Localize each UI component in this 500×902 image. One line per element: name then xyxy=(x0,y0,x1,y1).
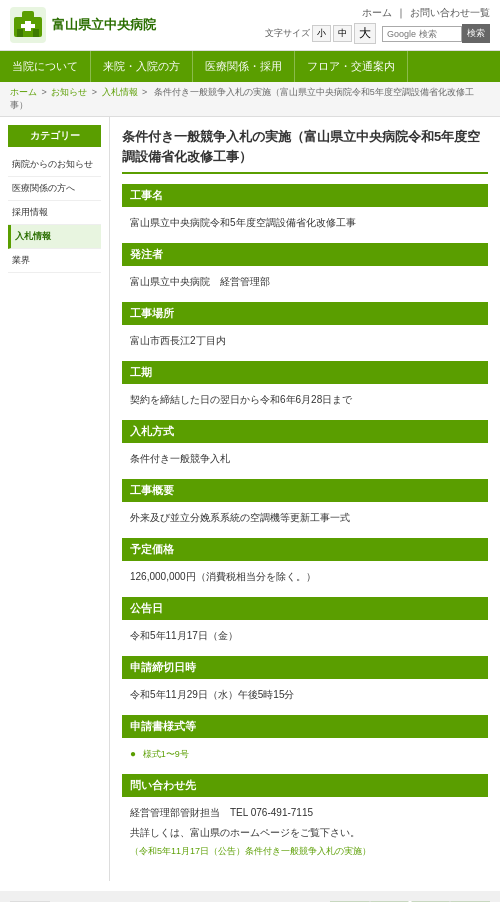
contact-info: 経営管理部管財担当 TEL 076-491-7115 xyxy=(130,805,480,821)
section-bid-method: 入札方式 条件付き一般競争入札 xyxy=(122,420,488,471)
section-body-client: 富山県立中央病院 経営管理部 xyxy=(122,270,488,294)
sidebar-category-title: カテゴリー xyxy=(8,125,101,147)
section-header-client: 発注者 xyxy=(122,243,488,266)
font-small-button[interactable]: 小 xyxy=(312,25,331,42)
section-body-project-name: 富山県立中央病院令和5年度空調設備省化改修工事 xyxy=(122,211,488,235)
font-large-button[interactable]: 大 xyxy=(354,23,376,44)
font-size-controls: 文字サイズ 小 中 大 xyxy=(265,23,376,44)
main-nav: 当院について 来院・入院の方 医療関係・採用 フロア・交通案内 xyxy=(0,51,500,82)
home-link[interactable]: ホーム xyxy=(362,6,392,20)
section-form: 申請書様式等 ● 様式1〜9号 xyxy=(122,715,488,766)
font-size-label: 文字サイズ xyxy=(265,27,310,40)
section-body-deadline: 令和5年11月29日（水）午後5時15分 xyxy=(122,683,488,707)
section-price: 予定価格 126,000,000円（消費税相当分を除く。） xyxy=(122,538,488,589)
section-header-bid-method: 入札方式 xyxy=(122,420,488,443)
section-client: 発注者 富山県立中央病院 経営管理部 xyxy=(122,243,488,294)
section-body-bid-method: 条件付き一般競争入札 xyxy=(122,447,488,471)
section-body-period: 契約を締結した日の翌日から令和6年6月28日まで xyxy=(122,388,488,412)
section-body-overview: 外来及び並立分娩系系統の空調機等更新工事一式 xyxy=(122,506,488,530)
contact-sub-link[interactable]: （令和5年11月17日（公告）条件付き一般競争入札の実施） xyxy=(130,846,371,856)
section-header-form: 申請書様式等 xyxy=(122,715,488,738)
search-input[interactable] xyxy=(382,26,462,42)
section-header-project-name: 工事名 xyxy=(122,184,488,207)
section-header-overview: 工事概要 xyxy=(122,479,488,502)
header: 富山県立中央病院 ホーム ｜ お問い合わせ一覧 文字サイズ 小 中 大 検索 xyxy=(0,0,500,51)
section-deadline: 申請締切日時 令和5年11月29日（水）午後5時15分 xyxy=(122,656,488,707)
form-link[interactable]: 様式1〜9号 xyxy=(143,749,189,759)
section-header-period: 工期 xyxy=(122,361,488,384)
logo: 富山県立中央病院 xyxy=(10,7,156,43)
section-body-location: 富山市西長江2丁目内 xyxy=(122,329,488,353)
search-box: 検索 xyxy=(382,24,490,43)
section-period: 工期 契約を締結した日の翌日から令和6年6月28日まで xyxy=(122,361,488,412)
search-button[interactable]: 検索 xyxy=(462,24,490,43)
hospital-logo-icon xyxy=(10,7,46,43)
section-header-contact: 問い合わせ先 xyxy=(122,774,488,797)
form-icon: ● xyxy=(130,748,136,759)
sidebar: カテゴリー 病院からのお知らせ 医療関係の方へ 採用情報 入札情報 業界 xyxy=(0,117,110,881)
section-location: 工事場所 富山市西長江2丁目内 xyxy=(122,302,488,353)
section-project-name: 工事名 富山県立中央病院令和5年度空調設備省化改修工事 xyxy=(122,184,488,235)
section-body-announcement-date: 令和5年11月17日（金） xyxy=(122,624,488,648)
sidebar-item-tender[interactable]: 入札情報 xyxy=(8,225,101,249)
svg-rect-5 xyxy=(17,29,23,37)
section-header-deadline: 申請締切日時 xyxy=(122,656,488,679)
header-top-nav: ホーム ｜ お問い合わせ一覧 xyxy=(362,6,490,20)
svg-rect-4 xyxy=(21,24,35,28)
section-header-announcement-date: 公告日 xyxy=(122,597,488,620)
section-body-form: ● 様式1〜9号 xyxy=(122,742,488,766)
breadcrumb: ホーム > お知らせ > 入札情報 > 条件付き一般競争入札の実施（富山県立中央… xyxy=(0,82,500,117)
sidebar-item-medical[interactable]: 医療関係の方へ xyxy=(8,177,101,201)
section-contact: 問い合わせ先 経営管理部管財担当 TEL 076-491-7115 共詳しくは、… xyxy=(122,774,488,863)
sidebar-item-hospital-news[interactable]: 病院からのお知らせ xyxy=(8,153,101,177)
font-medium-button[interactable]: 中 xyxy=(333,25,352,42)
contact-sub: 共詳しくは、富山県のホームページをご覧下さい。 xyxy=(130,825,480,841)
breadcrumb-news[interactable]: お知らせ xyxy=(51,87,87,97)
nav-about[interactable]: 当院について xyxy=(0,51,91,82)
breadcrumb-home[interactable]: ホーム xyxy=(10,87,37,97)
logo-text: 富山県立中央病院 xyxy=(52,17,156,34)
sidebar-item-industry[interactable]: 業界 xyxy=(8,249,101,273)
footer-info: 初診受付 地域連携予約がない場合：午前8時30分〜午前11時30分 地域連携予約… xyxy=(0,891,500,902)
svg-rect-6 xyxy=(33,29,39,37)
nav-floor[interactable]: フロア・交通案内 xyxy=(295,51,408,82)
section-announcement-date: 公告日 令和5年11月17日（金） xyxy=(122,597,488,648)
breadcrumb-tender[interactable]: 入札情報 xyxy=(102,87,138,97)
section-body-price: 126,000,000円（消費税相当分を除く。） xyxy=(122,565,488,589)
section-header-location: 工事場所 xyxy=(122,302,488,325)
page-title: 条件付き一般競争入札の実施（富山県立中央病院令和5年度空調設備省化改修工事） xyxy=(122,127,488,174)
main-content: 条件付き一般競争入札の実施（富山県立中央病院令和5年度空調設備省化改修工事） 工… xyxy=(110,117,500,881)
section-overview: 工事概要 外来及び並立分娩系系統の空調機等更新工事一式 xyxy=(122,479,488,530)
section-body-contact: 経営管理部管財担当 TEL 076-491-7115 共詳しくは、富山県のホーム… xyxy=(122,801,488,863)
content-wrapper: カテゴリー 病院からのお知らせ 医療関係の方へ 採用情報 入札情報 業界 条件付… xyxy=(0,117,500,881)
sidebar-item-recruitment[interactable]: 採用情報 xyxy=(8,201,101,225)
svg-rect-2 xyxy=(22,11,34,21)
nav-visit[interactable]: 来院・入院の方 xyxy=(91,51,193,82)
section-header-price: 予定価格 xyxy=(122,538,488,561)
nav-medical[interactable]: 医療関係・採用 xyxy=(193,51,295,82)
contact-link[interactable]: お問い合わせ一覧 xyxy=(410,6,490,20)
